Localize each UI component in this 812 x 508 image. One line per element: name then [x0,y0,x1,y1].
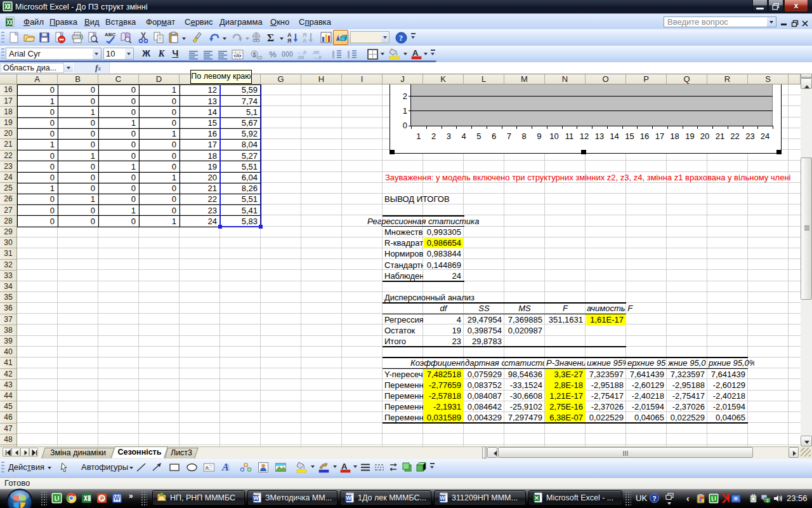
svg-text:a: a [236,52,239,58]
svg-text:W: W [253,495,259,501]
svg-text:A: A [221,462,229,472]
svg-text:А: А [287,32,292,38]
svg-text:,00: ,00 [297,55,304,60]
svg-text:P: P [100,495,104,502]
svg-text:ABC: ABC [105,32,116,37]
svg-text:?: ? [399,34,403,43]
svg-text:?: ? [653,495,657,502]
svg-text:→,0: →,0 [312,55,322,60]
svg-text:Σ: Σ [267,32,274,44]
svg-text:W: W [346,495,351,501]
svg-text:Я: Я [287,37,291,44]
svg-text:W: W [114,495,121,502]
svg-text:$: $ [253,51,256,58]
svg-text:А: А [303,37,307,44]
svg-text:W: W [440,495,445,501]
svg-text:Я: Я [303,32,306,38]
